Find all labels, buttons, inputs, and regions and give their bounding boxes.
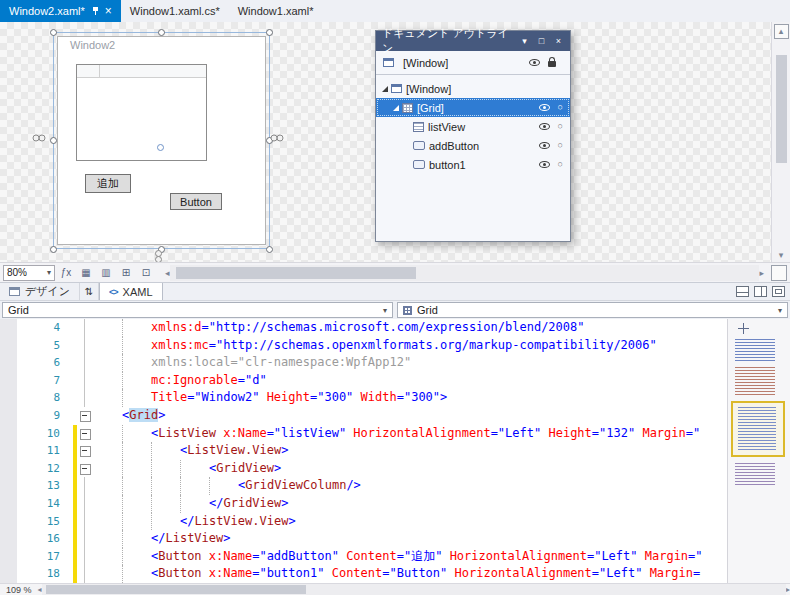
splitter-handle-icon[interactable] — [738, 323, 749, 334]
visibility-eye-icon[interactable] — [529, 59, 540, 66]
margin-anchor-icon[interactable] — [34, 135, 46, 142]
code-line-16[interactable]: 16</ListView> — [0, 530, 727, 548]
collapse-box-icon[interactable] — [77, 425, 93, 443]
scrollbar-thumb[interactable] — [176, 267, 416, 279]
code-line-12[interactable]: 12<GridView> — [0, 460, 727, 478]
pan-button[interactable] — [771, 265, 787, 281]
resize-handle[interactable] — [158, 29, 165, 36]
outline-item-window[interactable]: [Window] — [376, 79, 570, 98]
xaml-pane-tab[interactable]: <> XAML — [99, 283, 162, 300]
close-icon[interactable]: × — [551, 34, 566, 49]
show-grid-button[interactable]: ▦ — [77, 264, 95, 281]
zoom-combobox[interactable]: 80% ▾ — [3, 265, 55, 281]
scrollbar-thumb[interactable] — [46, 585, 306, 594]
margin-anchor-icon[interactable] — [272, 135, 284, 142]
collapse-box-icon[interactable] — [77, 407, 93, 425]
indicator-margin[interactable] — [0, 530, 17, 548]
lock-toggle-icon[interactable]: ○ — [558, 122, 563, 131]
indicator-margin[interactable] — [0, 548, 17, 566]
scroll-right-icon[interactable]: ▸ — [759, 268, 764, 278]
window-menu-icon[interactable]: ▾ — [517, 34, 532, 49]
code-line-13[interactable]: 13<GridViewColumn/> — [0, 477, 727, 495]
code-line-10[interactable]: 10<ListView x:Name="listView" Horizontal… — [0, 425, 727, 443]
expander-icon[interactable] — [381, 84, 391, 94]
code-line-15[interactable]: 15</ListView.View> — [0, 513, 727, 531]
swap-panes-button[interactable]: ⇅ — [79, 283, 99, 300]
resize-handle[interactable] — [50, 29, 57, 36]
document-outline-combobox[interactable]: Grid ▾ — [2, 302, 393, 318]
indicator-margin[interactable] — [0, 407, 17, 425]
resize-handle[interactable] — [266, 246, 273, 253]
lock-icon[interactable] — [548, 61, 556, 67]
margin-anchor-icon[interactable] — [155, 250, 162, 262]
collapse-box-icon[interactable] — [77, 442, 93, 460]
horizontal-split-button[interactable] — [736, 286, 749, 297]
design-listview[interactable] — [76, 64, 207, 161]
indicator-margin[interactable] — [0, 354, 17, 372]
indicator-margin[interactable] — [0, 319, 17, 337]
visibility-eye-icon[interactable] — [539, 104, 550, 111]
resize-handle[interactable] — [266, 29, 273, 36]
indicator-margin[interactable] — [0, 513, 17, 531]
code-line-5[interactable]: 5xmlns:mc="http://schemas.openxmlformats… — [0, 337, 727, 355]
xaml-editor[interactable]: 4xmlns:d="http://schemas.microsoft.com/e… — [0, 319, 790, 583]
maximize-icon[interactable]: □ — [534, 34, 549, 49]
lock-toggle-icon[interactable]: ○ — [558, 103, 563, 112]
scrollbar-track[interactable] — [772, 39, 790, 248]
indicator-margin[interactable] — [0, 477, 17, 495]
effects-toggle-button[interactable]: ƒx — [57, 264, 75, 281]
scroll-down-icon[interactable]: ▾ — [779, 248, 784, 262]
visibility-eye-icon[interactable] — [539, 123, 550, 130]
outline-item-grid[interactable]: [Grid]○ — [376, 98, 570, 117]
editor-zoom-level[interactable]: 109 % — [0, 585, 38, 595]
code-area[interactable]: 4xmlns:d="http://schemas.microsoft.com/e… — [0, 319, 727, 583]
document-tab-window1-xaml-cs[interactable]: Window1.xaml.cs* — [121, 0, 229, 22]
indicator-margin[interactable] — [0, 442, 17, 460]
scrollbar-track[interactable] — [170, 265, 760, 281]
indicator-margin[interactable] — [0, 337, 17, 355]
design-window-artboard[interactable]: Window2 追加 Button — [57, 36, 266, 245]
code-line-17[interactable]: 17<Button x:Name="addButton" Content="追加… — [0, 548, 727, 566]
visibility-eye-icon[interactable] — [539, 142, 550, 149]
code-line-18[interactable]: 18<Button x:Name="button1" Content="Butt… — [0, 565, 727, 583]
pin-icon[interactable] — [91, 6, 99, 16]
indicator-margin[interactable] — [0, 460, 17, 478]
minimap-viewport[interactable] — [731, 401, 785, 457]
resize-handle[interactable] — [50, 137, 57, 144]
snaplines-button[interactable]: ⊞ — [117, 264, 135, 281]
design-pane-tab[interactable]: デザイン — [0, 283, 79, 300]
vertical-split-button[interactable] — [754, 286, 767, 297]
design-add-button[interactable]: 追加 — [85, 174, 131, 193]
design-surface[interactable]: Window2 追加 Button ドキュメント アウトライン ▾ — [0, 22, 771, 262]
resize-handle[interactable] — [50, 246, 57, 253]
indicator-margin[interactable] — [0, 565, 17, 583]
lock-toggle-icon[interactable]: ○ — [558, 141, 563, 150]
scrollbar-track[interactable] — [42, 584, 786, 595]
code-line-14[interactable]: 14</GridView> — [0, 495, 727, 513]
outline-item-button1[interactable]: button1○ — [376, 155, 570, 174]
collapse-box-icon[interactable] — [77, 460, 93, 478]
indicator-margin[interactable] — [0, 372, 17, 390]
indicator-margin[interactable] — [0, 389, 17, 407]
scrollbar-minimap[interactable] — [727, 319, 790, 583]
design-horizontal-scrollbar[interactable]: ◂ ▸ — [165, 265, 764, 281]
document-tab-window2-xaml[interactable]: Window2.xaml*× — [0, 0, 121, 22]
scroll-up-icon[interactable]: ▴ — [774, 24, 789, 39]
lock-toggle-icon[interactable]: ○ — [558, 160, 563, 169]
editor-horizontal-scrollbar[interactable]: ◂ ▸ — [38, 584, 790, 595]
code-line-9[interactable]: 9<Grid> — [0, 407, 727, 425]
expand-pane-button[interactable] — [772, 286, 785, 297]
design-button1[interactable]: Button — [170, 193, 222, 210]
resize-adorner[interactable] — [157, 144, 164, 151]
code-line-11[interactable]: 11<ListView.View> — [0, 442, 727, 460]
expander-icon[interactable] — [392, 103, 402, 113]
indicator-margin[interactable] — [0, 425, 17, 443]
close-icon[interactable]: × — [105, 5, 112, 17]
visibility-eye-icon[interactable] — [539, 161, 550, 168]
code-line-8[interactable]: 8Title="Window2" Height="300" Width="300… — [0, 389, 727, 407]
scroll-right-icon[interactable]: ▸ — [786, 585, 790, 594]
code-line-6[interactable]: 6xmlns:local="clr-namespace:WpfApp12" — [0, 354, 727, 372]
outline-item-listview[interactable]: listView○ — [376, 117, 570, 136]
guides-button[interactable]: ⊡ — [137, 264, 155, 281]
element-combobox[interactable]: Grid ▾ — [397, 302, 788, 318]
